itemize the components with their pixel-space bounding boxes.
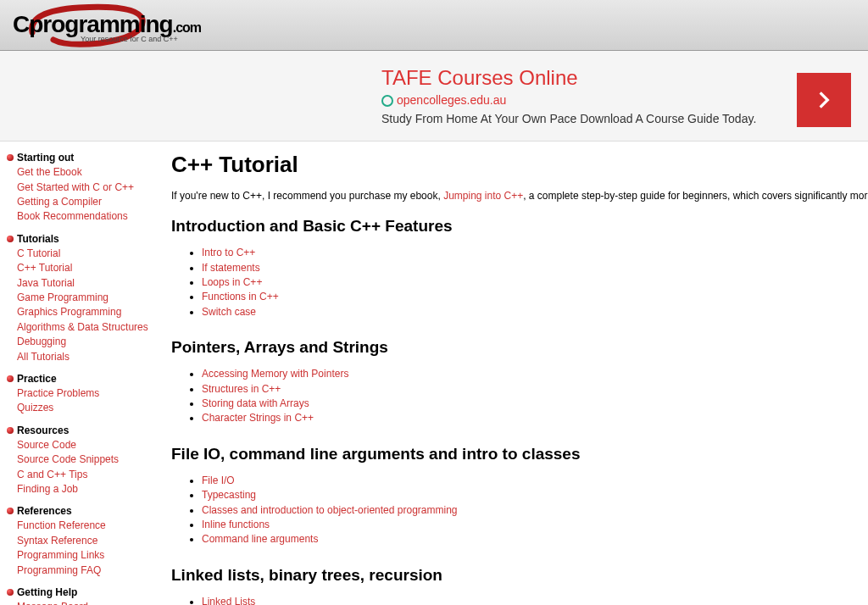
ad-cta-button[interactable] bbox=[797, 73, 851, 127]
sidebar-link[interactable]: Debugging bbox=[17, 335, 156, 349]
sidebar-heading-text: Getting Help bbox=[17, 586, 77, 598]
topic-list: Accessing Memory with PointersStructures… bbox=[202, 367, 868, 426]
ad-url[interactable]: opencolleges.edu.au bbox=[381, 93, 851, 107]
list-item: Structures in C++ bbox=[202, 382, 868, 397]
topic-link[interactable]: Command line arguments bbox=[202, 533, 318, 545]
sidebar-heading: Resources bbox=[7, 425, 156, 436]
sidebar-link[interactable]: Graphics Programming bbox=[17, 305, 156, 319]
sidebar-section: PracticePractice ProblemsQuizzes bbox=[7, 373, 156, 416]
sidebar-heading-text: Tutorials bbox=[17, 233, 59, 245]
sidebar-link[interactable]: Get Started with C or C++ bbox=[17, 180, 156, 195]
sidebar-heading-text: References bbox=[17, 505, 72, 517]
sidebar-link[interactable]: Finding a Job bbox=[17, 482, 156, 497]
topic-list: Intro to C++If statementsLoops in C++Fun… bbox=[202, 246, 868, 319]
list-item: Accessing Memory with Pointers bbox=[202, 367, 868, 381]
ad-description: Study From Home At Your Own Pace Downloa… bbox=[381, 112, 851, 125]
topic-link[interactable]: Intro to C++ bbox=[202, 247, 255, 258]
topic-link[interactable]: File I/O bbox=[202, 475, 235, 486]
topic-list: Linked ListsRecursionVariable argument l… bbox=[202, 595, 868, 605]
sidebar-link[interactable]: Source Code Snippets bbox=[17, 452, 156, 467]
list-item: If statements bbox=[202, 261, 868, 275]
sidebar-link[interactable]: Quizzes bbox=[17, 401, 156, 415]
sidebar-link[interactable]: Programming FAQ bbox=[17, 563, 156, 578]
topic-link[interactable]: If statements bbox=[202, 262, 260, 274]
sidebar-link[interactable]: C and C++ Tips bbox=[17, 468, 156, 482]
section-heading: Introduction and Basic C++ Features bbox=[171, 217, 868, 236]
sidebar-link[interactable]: Book Recommendations bbox=[17, 209, 156, 224]
site-header: Cprogramming.com Your resource for C and… bbox=[0, 0, 868, 51]
sidebar-link[interactable]: C++ Tutorial bbox=[17, 261, 156, 275]
list-item: Loops in C++ bbox=[202, 275, 868, 290]
sidebar-heading: Getting Help bbox=[7, 586, 156, 598]
list-item: Linked Lists bbox=[202, 595, 868, 605]
sidebar-heading-text: Resources bbox=[17, 425, 69, 436]
topic-link[interactable]: Linked Lists bbox=[202, 596, 255, 605]
list-item: Functions in C++ bbox=[202, 290, 868, 304]
bullet-icon bbox=[7, 236, 14, 242]
sidebar-links: Function ReferenceSyntax ReferenceProgra… bbox=[17, 519, 156, 578]
sidebar-link[interactable]: Game Programming bbox=[17, 291, 156, 305]
sidebar-nav: Starting outGet the EbookGet Started wit… bbox=[0, 142, 163, 605]
sidebar-link[interactable]: Source Code bbox=[17, 438, 156, 452]
list-item: Intro to C++ bbox=[202, 246, 868, 260]
topic-list: File I/OTypecastingClasses and introduct… bbox=[202, 474, 868, 547]
list-item: Command line arguments bbox=[202, 532, 868, 547]
sidebar-heading: Practice bbox=[7, 373, 156, 385]
ad-url-icon bbox=[381, 95, 393, 107]
site-logo[interactable]: Cprogramming.com Your resource for C and… bbox=[4, 4, 242, 47]
list-item: Classes and introduction to object-orien… bbox=[202, 503, 868, 518]
sidebar-section: Getting HelpMessage Board bbox=[7, 586, 156, 605]
sidebar-link[interactable]: Function Reference bbox=[17, 519, 156, 533]
intro-paragraph: If you're new to C++, I recommend you pu… bbox=[171, 190, 868, 202]
topic-link[interactable]: Switch case bbox=[202, 306, 256, 318]
bullet-icon bbox=[7, 375, 14, 382]
sidebar-link[interactable]: All Tutorials bbox=[17, 350, 156, 364]
sidebar-heading: Tutorials bbox=[7, 233, 156, 245]
sidebar-links: C TutorialC++ TutorialJava TutorialGame … bbox=[17, 247, 156, 364]
main-content: C++ Tutorial If you're new to C++, I rec… bbox=[163, 142, 868, 605]
bullet-icon bbox=[7, 154, 14, 161]
sidebar-section: ResourcesSource CodeSource Code Snippets… bbox=[7, 425, 156, 497]
sidebar-heading: Starting out bbox=[7, 152, 156, 164]
sidebar-link[interactable]: Java Tutorial bbox=[17, 276, 156, 291]
sidebar-section: Starting outGet the EbookGet Started wit… bbox=[7, 152, 156, 225]
logo-tagline: Your resource for C and C++ bbox=[81, 35, 178, 43]
sidebar-link[interactable]: Programming Links bbox=[17, 548, 156, 563]
sidebar-links: Message Board bbox=[17, 600, 156, 605]
intro-ebook-link[interactable]: Jumping into C++ bbox=[443, 190, 523, 202]
sidebar-link[interactable]: Get the Ebook bbox=[17, 165, 156, 180]
list-item: Character Strings in C++ bbox=[202, 411, 868, 425]
ad-banner: TAFE Courses Online opencolleges.edu.au … bbox=[0, 51, 868, 142]
sidebar-link[interactable]: Practice Problems bbox=[17, 386, 156, 401]
sidebar-heading-text: Practice bbox=[17, 373, 57, 385]
sidebar-link[interactable]: Algorithms & Data Structures bbox=[17, 320, 156, 335]
sidebar-section: ReferencesFunction ReferenceSyntax Refer… bbox=[7, 505, 156, 578]
sidebar-heading: References bbox=[7, 505, 156, 517]
topic-link[interactable]: Functions in C++ bbox=[202, 291, 279, 302]
page-title: C++ Tutorial bbox=[171, 152, 868, 178]
chevron-right-icon bbox=[813, 89, 835, 111]
list-item: Inline functions bbox=[202, 518, 868, 532]
topic-link[interactable]: Character Strings in C++ bbox=[202, 412, 314, 424]
topic-link[interactable]: Inline functions bbox=[202, 519, 270, 530]
topic-link[interactable]: Typecasting bbox=[202, 489, 256, 501]
sidebar-link[interactable]: Message Board bbox=[17, 600, 156, 605]
topic-link[interactable]: Classes and introduction to object-orien… bbox=[202, 504, 458, 516]
bullet-icon bbox=[7, 427, 14, 434]
sidebar-link[interactable]: Syntax Reference bbox=[17, 534, 156, 548]
sidebar-link[interactable]: C Tutorial bbox=[17, 247, 156, 261]
sidebar-links: Practice ProblemsQuizzes bbox=[17, 386, 156, 416]
ad-title[interactable]: TAFE Courses Online bbox=[381, 66, 851, 90]
list-item: Switch case bbox=[202, 305, 868, 319]
topic-link[interactable]: Loops in C++ bbox=[202, 276, 262, 288]
sidebar-link[interactable]: Getting a Compiler bbox=[17, 195, 156, 209]
bullet-icon bbox=[7, 589, 14, 596]
list-item: Storing data with Arrays bbox=[202, 397, 868, 411]
section-heading: Linked lists, binary trees, recursion bbox=[171, 566, 868, 585]
topic-link[interactable]: Accessing Memory with Pointers bbox=[202, 368, 348, 380]
list-item: File I/O bbox=[202, 474, 868, 488]
list-item: Typecasting bbox=[202, 488, 868, 502]
topic-link[interactable]: Structures in C++ bbox=[202, 383, 281, 395]
sidebar-links: Get the EbookGet Started with C or C++Ge… bbox=[17, 165, 156, 225]
topic-link[interactable]: Storing data with Arrays bbox=[202, 397, 309, 409]
